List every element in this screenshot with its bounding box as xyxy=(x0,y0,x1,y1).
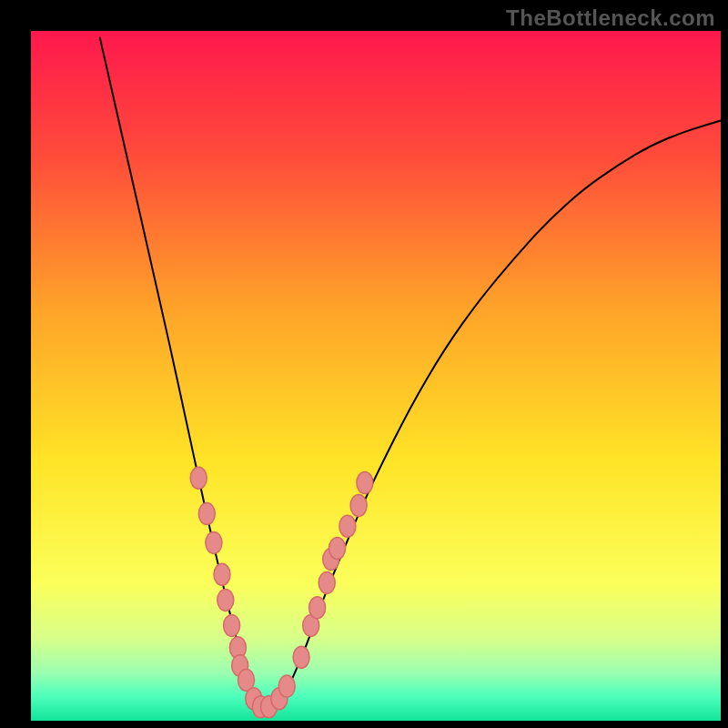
curve-marker xyxy=(198,503,215,525)
chart-stage: TheBottleneck.com xyxy=(0,0,728,728)
watermark-text: TheBottleneck.com xyxy=(506,5,715,31)
curve-marker xyxy=(217,589,234,611)
curve-marker xyxy=(190,467,207,489)
plot-background xyxy=(31,31,721,721)
curve-marker xyxy=(224,614,240,636)
curve-marker xyxy=(329,538,346,560)
curve-marker xyxy=(278,675,295,697)
bottleneck-chart xyxy=(0,0,728,728)
curve-marker xyxy=(309,597,326,619)
curve-marker xyxy=(206,531,222,553)
curve-marker xyxy=(339,515,356,537)
curve-marker xyxy=(293,646,309,668)
curve-marker xyxy=(350,495,367,517)
curve-marker xyxy=(318,571,335,593)
curve-marker xyxy=(357,472,373,494)
curve-marker xyxy=(214,563,230,585)
